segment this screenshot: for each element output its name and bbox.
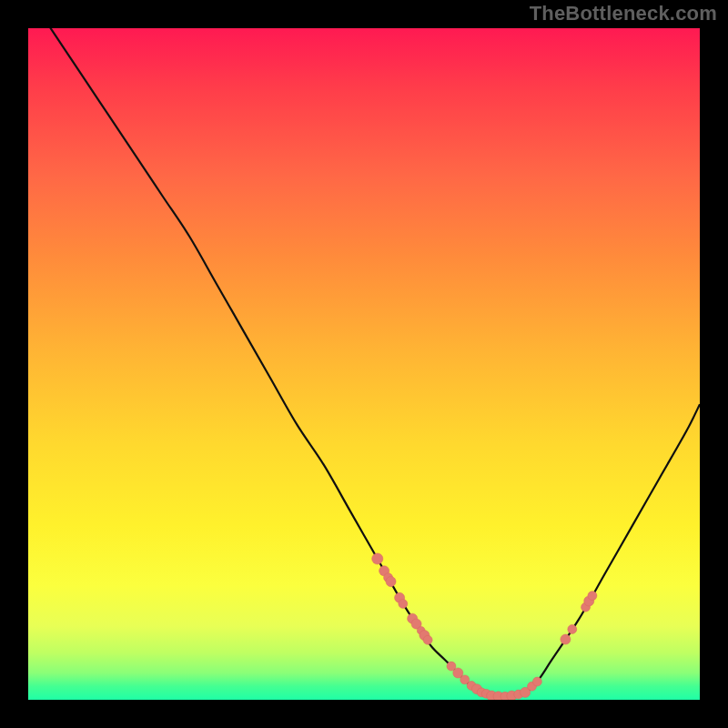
data-marker xyxy=(423,635,432,644)
plot-area xyxy=(28,28,700,700)
data-marker xyxy=(399,599,408,608)
curve-layer xyxy=(28,28,700,700)
data-marker xyxy=(532,677,541,686)
data-marker xyxy=(588,592,597,601)
data-marker xyxy=(386,577,396,587)
data-marker xyxy=(568,625,577,634)
data-marker xyxy=(561,634,571,644)
chart-frame: TheBottleneck.com xyxy=(0,0,728,728)
bottleneck-curve xyxy=(28,28,700,697)
data-marker xyxy=(372,553,383,564)
data-markers xyxy=(372,553,597,700)
watermark-text: TheBottleneck.com xyxy=(530,2,717,25)
